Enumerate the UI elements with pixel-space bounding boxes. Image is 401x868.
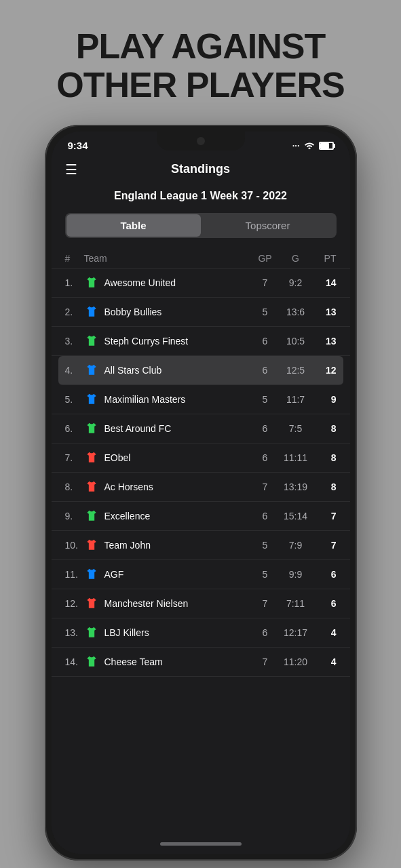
row-g: 11:7 [280,394,312,405]
team-shirt-icon [84,363,99,378]
team-shirt-icon [84,421,99,436]
table-row[interactable]: 8. Ac Horsens 7 13:19 8 [52,473,350,502]
row-rank: 10. [65,540,84,551]
row-gp: 7 [251,598,280,609]
row-team-info: Cheese Team [84,654,251,669]
table-row[interactable]: 7. EObel 6 11:11 8 [52,443,350,473]
team-name: Ac Horsens [104,481,153,492]
col-g-header: G [280,253,312,264]
row-g: 7:9 [280,540,312,551]
row-g: 9:9 [280,569,312,580]
table-row[interactable]: 10. Team John 5 7:9 7 [52,531,350,560]
team-shirt-icon [84,304,99,319]
row-pt: 13 [312,336,337,347]
row-team-info: Best Around FC [84,421,251,436]
tab-table[interactable]: Table [66,214,201,237]
team-name: AGF [104,569,124,580]
row-rank: 4. [65,365,84,376]
row-pt: 8 [312,481,337,492]
row-rank: 3. [65,336,84,347]
phone-wrapper: 9:34 ··· ☰ Standings England League 1 We… [45,125,357,861]
signal-dots: ··· [292,140,300,151]
table-row[interactable]: 2. Bobby Bullies 5 13:6 13 [52,298,350,327]
row-g: 12:17 [280,627,312,638]
top-bar: ☰ Standings [52,155,350,184]
row-pt: 6 [312,598,337,609]
team-name: EObel [104,452,131,463]
row-gp: 5 [251,394,280,405]
table-row[interactable]: 11. AGF 5 9:9 6 [52,560,350,589]
tab-topscorer[interactable]: Topscorer [201,214,335,237]
row-pt: 9 [312,394,337,405]
team-name: LBJ Killers [104,627,149,638]
row-pt: 7 [312,540,337,551]
table-row[interactable]: 14. Cheese Team 7 11:20 4 [52,648,350,677]
team-name: Maximilian Masters [104,394,186,405]
row-team-info: AGF [84,567,251,582]
row-team-info: Steph Currys Finest [84,334,251,349]
row-gp: 5 [251,540,280,551]
row-team-info: Excellence [84,509,251,524]
col-team-header: Team [84,253,251,264]
table-row[interactable]: 4. All Stars Club 6 12:5 12 [58,356,343,385]
team-shirt-icon [84,567,99,582]
team-name: Awesome United [104,277,176,288]
table-row[interactable]: 5. Maximilian Masters 5 11:7 9 [52,385,350,414]
page-title: PLAY AGAINST OTHER PLAYERS [36,0,364,125]
row-pt: 4 [312,627,337,638]
row-team-info: EObel [84,450,251,465]
row-pt: 14 [312,277,337,288]
row-gp: 5 [251,307,280,317]
team-shirt-icon [84,392,99,407]
row-rank: 13. [65,627,84,638]
row-rank: 5. [65,394,84,405]
row-rank: 2. [65,307,84,317]
row-team-info: LBJ Killers [84,625,251,640]
row-team-info: All Stars Club [84,363,251,378]
home-indicator [52,833,350,854]
table-row[interactable]: 12. Manchester Nielsen 7 7:11 6 [52,589,350,618]
team-shirt-icon [84,654,99,669]
col-gp-header: GP [251,253,280,264]
table-row[interactable]: 6. Best Around FC 6 7:5 8 [52,414,350,443]
table-row[interactable]: 13. LBJ Killers 6 12:17 4 [52,618,350,648]
row-rank: 7. [65,452,84,463]
row-rank: 9. [65,511,84,521]
row-gp: 7 [251,481,280,492]
row-gp: 5 [251,569,280,580]
row-rank: 6. [65,423,84,434]
team-shirt-icon [84,334,99,349]
league-title: England League 1 Week 37 - 2022 [52,184,350,213]
row-gp: 6 [251,452,280,463]
table-row[interactable]: 9. Excellence 6 15:14 7 [52,502,350,531]
row-team-info: Ac Horsens [84,479,251,494]
phone-inner: 9:34 ··· ☰ Standings England League 1 We… [52,132,350,854]
app-title: Standings [171,162,230,176]
team-shirt-icon [84,596,99,611]
team-name: Excellence [104,511,151,521]
row-g: 7:5 [280,423,312,434]
row-g: 7:11 [280,598,312,609]
row-rank: 12. [65,598,84,609]
row-rank: 11. [65,569,84,580]
team-shirt-icon [84,625,99,640]
row-g: 11:11 [280,452,312,463]
row-gp: 6 [251,423,280,434]
row-g: 12:5 [280,365,312,376]
row-team-info: Team John [84,538,251,553]
row-g: 15:14 [280,511,312,521]
row-rank: 8. [65,481,84,492]
team-name: All Stars Club [104,365,162,376]
team-name: Team John [104,540,151,551]
row-g: 11:20 [280,656,312,667]
row-pt: 4 [312,656,337,667]
row-gp: 6 [251,336,280,347]
tab-container: Table Topscorer [65,213,337,238]
row-g: 13:19 [280,481,312,492]
team-shirt-icon [84,275,99,290]
table-row[interactable]: 3. Steph Currys Finest 6 10:5 13 [52,327,350,356]
wifi-icon [304,140,315,151]
table-header: # Team GP G PT [52,249,350,269]
table-row[interactable]: 1. Awesome United 7 9:2 14 [52,269,350,298]
hamburger-icon[interactable]: ☰ [65,161,77,178]
